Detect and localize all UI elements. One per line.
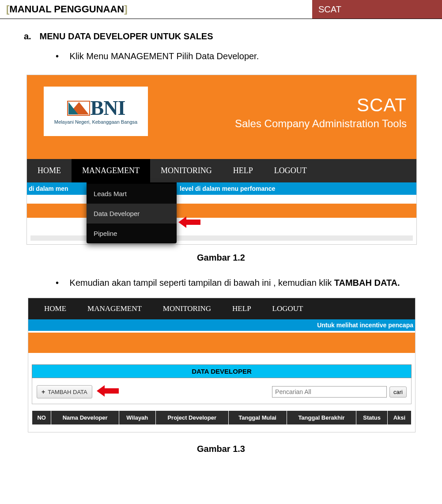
shot2-orange-bar — [28, 333, 415, 353]
section-a-title: MENU DATA DEVELOPER UNTUK SALES — [40, 31, 213, 41]
menu-monitoring[interactable]: MONITORING — [150, 159, 223, 182]
strip-right-text: level di dalam menu perfomance — [180, 185, 275, 192]
red-arrow-2 — [97, 384, 119, 399]
scat-subtitle: Sales Company Administration Tools — [235, 117, 407, 130]
svg-marker-2 — [97, 385, 119, 397]
menu2-management[interactable]: MANAGEMENT — [77, 298, 152, 319]
bni-logo-text: BNI — [91, 98, 125, 118]
tambah-label: TAMBAH DATA — [48, 389, 87, 395]
scat-title-block: SCAT Sales Company Administration Tools — [235, 95, 407, 130]
shot1-notice-strip: di dalam men level di dalam menu perfoma… — [27, 182, 416, 195]
menu2-help[interactable]: HELP — [222, 298, 262, 319]
table-header-row: NO Nama Developer Wilayah Project Develo… — [32, 411, 412, 425]
menu-logout[interactable]: LOGOUT — [264, 159, 317, 182]
bullet-dot-icon-2: • — [56, 278, 67, 288]
dropdown-pipeline[interactable]: Pipeline — [87, 224, 177, 243]
header-badge-text: SCAT — [318, 4, 341, 15]
doc-header-title: [MANUAL PENGGUNAAN] — [0, 0, 312, 19]
shot2-body: DATA DEVELOPER + TAMBAH DATA cari NO Nam… — [28, 353, 415, 425]
shot2-menubar: HOME MANAGEMENT MONITORING HELP LOGOUT — [28, 298, 415, 319]
col-no: NO — [32, 411, 51, 425]
bullet-2: • Kemudian akan tampil seperti tampilan … — [24, 278, 436, 288]
section-heading: a. MENU DATA DEVELOPER UNTUK SALES — [24, 31, 436, 42]
shot2-foot-gap — [28, 425, 415, 432]
bullet-2-pre: Kemudian akan tampil seperti tampilan di… — [70, 278, 334, 288]
developer-table: NO Nama Developer Wilayah Project Develo… — [32, 410, 412, 425]
shot2-strip-text: Untuk melihat incentive pencapa — [317, 322, 413, 329]
svg-marker-1 — [178, 216, 200, 228]
doc-header: [MANUAL PENGGUNAAN] SCAT — [0, 0, 442, 19]
panel-title: DATA DEVELOPER — [32, 364, 412, 378]
col-tglakhir: Tanggal Berakhir — [287, 411, 356, 425]
bni-tagline: Melayani Negeri, Kebanggaan Bangsa — [54, 119, 137, 125]
header-title-text: MANUAL PENGGUNAAN — [9, 4, 124, 15]
plus-icon: + — [42, 388, 45, 395]
strip-left-text: di dalam men — [29, 185, 68, 192]
management-dropdown: Leads Mart Data Developer Pipeline — [87, 184, 177, 243]
col-wilayah: Wilayah — [119, 411, 155, 425]
caption-1: Gambar 1.2 — [0, 253, 442, 263]
col-aksi: Aksi — [387, 411, 411, 425]
menu-management[interactable]: MANAGEMENT — [72, 159, 150, 182]
bni-logo-card: BNI Melayani Negeri, Kebanggaan Bangsa — [44, 87, 148, 136]
dropdown-leads-mart[interactable]: Leads Mart — [87, 184, 177, 204]
section-a-label: a. — [24, 31, 37, 42]
bullet-2-strong: TAMBAH DATA. — [334, 278, 400, 288]
menu-help[interactable]: HELP — [223, 159, 264, 182]
menu2-monitoring[interactable]: MONITORING — [152, 298, 222, 319]
caption-2: Gambar 1.3 — [0, 444, 442, 454]
bullet-1-text: Klik Menu MANAGEMENT Pilih Data Develope… — [70, 51, 259, 61]
bni-mark-icon — [67, 99, 91, 118]
scat-title: SCAT — [235, 95, 407, 116]
panel-toolbar: + TAMBAH DATA cari — [32, 378, 412, 404]
col-project: Project Developer — [155, 411, 228, 425]
col-tglmulai: Tanggal Mulai — [228, 411, 287, 425]
tambah-data-button[interactable]: + TAMBAH DATA — [37, 385, 92, 398]
doc-header-badge: SCAT — [312, 0, 442, 19]
screenshot-2: HOME MANAGEMENT MONITORING HELP LOGOUT U… — [28, 298, 416, 432]
bullet-2-text: Kemudian akan tampil seperti tampilan di… — [70, 278, 400, 288]
shot1-banner: BNI Melayani Negeri, Kebanggaan Bangsa S… — [27, 75, 416, 159]
menu-home[interactable]: HOME — [27, 159, 72, 182]
bullet-dot-icon: • — [56, 51, 67, 61]
cari-button[interactable]: cari — [389, 387, 407, 398]
red-arrow-1 — [178, 216, 200, 231]
col-status: Status — [356, 411, 387, 425]
screenshot-1: BNI Melayani Negeri, Kebanggaan Bangsa S… — [26, 75, 417, 245]
shot1-orange-bar — [27, 204, 416, 218]
bullet-1: • Klik Menu MANAGEMENT Pilih Data Develo… — [24, 42, 436, 61]
menu2-home[interactable]: HOME — [34, 298, 77, 319]
gap2 — [27, 218, 416, 235]
shot2-notice-strip: Untuk melihat incentive pencapa — [28, 319, 415, 331]
menu2-logout[interactable]: LOGOUT — [262, 298, 314, 319]
gap3 — [27, 241, 416, 244]
shot1-menubar: HOME MANAGEMENT MONITORING HELP LOGOUT — [27, 159, 416, 182]
search-input[interactable] — [272, 386, 387, 398]
gap — [27, 195, 416, 204]
dropdown-data-developer[interactable]: Data Developer — [87, 204, 177, 224]
col-nama: Nama Developer — [51, 411, 119, 425]
bracket-close: ] — [124, 4, 127, 15]
